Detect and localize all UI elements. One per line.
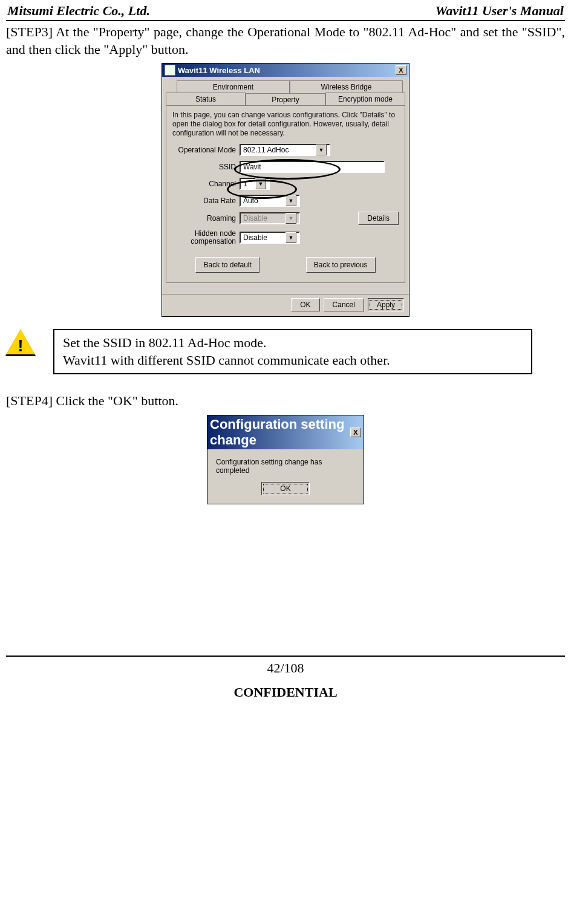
back-to-previous-button[interactable]: Back to previous [306,257,376,273]
property-description: In this page, you can change various con… [172,111,399,138]
tab-wireless-bridge[interactable]: Wireless Bridge [290,80,403,93]
label-op-mode: Operational Mode [172,146,240,154]
chevron-down-icon: ▼ [286,213,296,224]
op-mode-dropdown[interactable]: 802.11 AdHoc ▼ [240,144,330,156]
details-button[interactable]: Details [358,212,399,225]
ok-button[interactable]: OK [291,298,319,311]
note-row: ! Set the SSID in 802.11 Ad-Hoc mode. Wa… [6,329,565,374]
dialog-titlebar: Wavit11 Wireless LAN X [162,63,409,77]
hidden-node-dropdown[interactable]: Disable ▼ [240,232,300,244]
confirm-message: Configuration setting change has complet… [214,458,357,475]
roaming-dropdown: Disable ▼ [240,212,300,224]
close-icon[interactable]: X [396,65,406,75]
chevron-down-icon: ▼ [255,178,266,189]
label-data-rate: Data Rate [172,197,240,205]
step3-text: [STEP3] At the "Property" page, change t… [6,24,565,58]
channel-dropdown[interactable]: 1 ▼ [240,178,270,190]
app-icon [165,65,175,76]
note-line1: Set the SSID in 802.11 Ad-Hoc mode. [63,334,523,352]
confirm-ok-button[interactable]: OK [261,482,309,495]
op-mode-value: 802.11 AdHoc [243,146,289,154]
channel-value: 1 [243,180,247,188]
step4-text: [STEP4] Click the "OK" button. [6,392,565,410]
data-rate-value: Auto [243,197,258,205]
header-left: Mitsumi Electric Co., Ltd. [7,3,150,19]
header-right: Wavit11 User's Manual [436,3,564,19]
ssid-value: Wavit [243,163,261,171]
page-number: 42/108 [6,660,565,676]
page-header: Mitsumi Electric Co., Ltd. Wavit11 User'… [6,3,565,21]
label-hidden-node: Hidden node compensation [172,230,240,246]
tab-environment[interactable]: Environment [177,80,290,93]
note-box: Set the SSID in 802.11 Ad-Hoc mode. Wavi… [53,329,532,374]
chevron-down-icon: ▼ [286,195,296,206]
chevron-down-icon: ▼ [286,232,296,243]
roaming-value: Disable [243,214,267,223]
tab-encryption-mode[interactable]: Encryption mode [325,93,405,106]
dialog-title: Wavit11 Wireless LAN [178,66,396,75]
tab-status[interactable]: Status [166,93,246,106]
data-rate-dropdown[interactable]: Auto ▼ [240,195,300,207]
confirm-dialog: Configuration setting change X Configura… [207,415,364,504]
label-channel: Channel [172,180,240,188]
confirm-title: Configuration setting change [210,417,350,448]
close-icon[interactable]: X [350,428,361,437]
warning-icon: ! [6,329,35,357]
cancel-button[interactable]: Cancel [324,298,364,311]
chevron-down-icon: ▼ [316,145,327,155]
property-dialog: Wavit11 Wireless LAN X Environment Wirel… [162,63,409,316]
apply-button[interactable]: Apply [368,298,404,311]
confidential-label: CONFIDENTIAL [6,685,565,700]
note-line2: Wavit11 with different SSID cannot commu… [63,351,523,369]
ssid-input[interactable]: Wavit [240,161,385,173]
back-to-default-button[interactable]: Back to default [195,257,259,273]
footer-rule [6,656,565,657]
confirm-titlebar: Configuration setting change X [207,415,364,449]
tab-property[interactable]: Property [246,93,325,106]
label-roaming: Roaming [172,215,240,223]
hidden-node-value: Disable [243,233,267,242]
label-ssid: SSID [172,163,240,171]
